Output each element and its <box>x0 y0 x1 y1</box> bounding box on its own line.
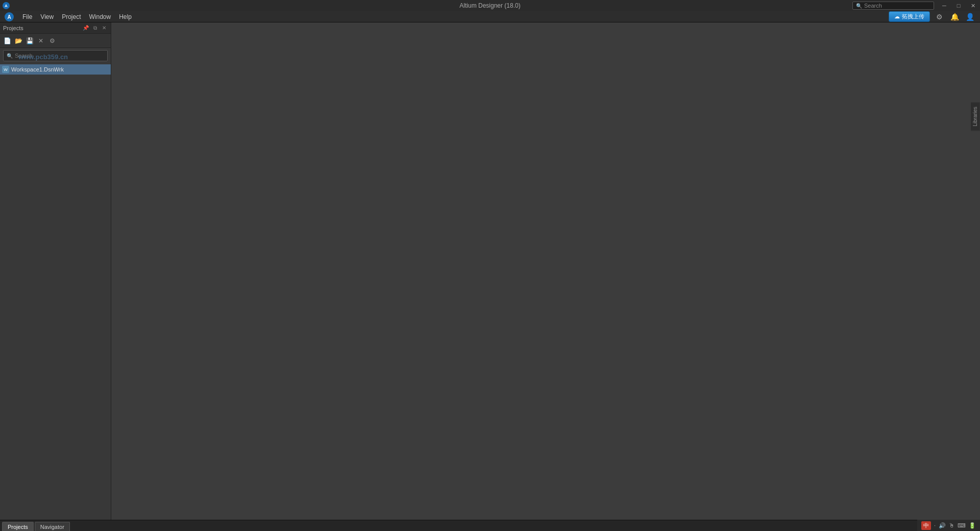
user-icon[interactable]: 👤 <box>964 11 976 23</box>
app-title: Altium Designer (18.0) <box>459 2 520 9</box>
panel-close-icon[interactable]: ✕ <box>101 25 108 32</box>
altium-logo-icon: A <box>2 2 10 10</box>
input-icon[interactable]: 🖱 <box>949 522 954 528</box>
ime-indicator[interactable]: 中 <box>921 521 931 530</box>
panel-float-icon[interactable]: ⧉ <box>91 25 99 32</box>
main-content: www.pcb359.cn <box>111 22 980 520</box>
projects-panel: Projects 📌 ⧉ ✕ 📄 📂 💾 ✕ ⚙ 🔍 W Workspace1.… <box>0 22 111 520</box>
menu-window[interactable]: Window <box>85 12 115 21</box>
menu-project[interactable]: Project <box>58 12 85 21</box>
libraries-tab-label: Libraries <box>972 107 978 126</box>
project-tree: W Workspace1.DsnWrk <box>0 63 111 520</box>
close-project-btn[interactable]: ✕ <box>36 36 46 46</box>
panel-title: Projects <box>3 25 80 31</box>
panel-search-box[interactable]: 🔍 <box>3 50 108 61</box>
svg-text:A: A <box>7 14 11 20</box>
panel-options-btn[interactable]: ⚙ <box>47 36 57 46</box>
save-project-btn[interactable]: 💾 <box>24 36 35 46</box>
system-tray: 中 ∙ 🔊 🖱 ⌨ 🔋 <box>917 520 980 531</box>
restore-button[interactable]: □ <box>951 0 966 11</box>
cloud-icon: ☁ <box>894 13 900 20</box>
project-tree-item[interactable]: W Workspace1.DsnWrk <box>0 64 111 75</box>
menu-bar: A File View Project Window Help ☁ 拓拽上传 ⚙… <box>0 11 980 22</box>
projects-tab-label: Projects <box>8 524 28 530</box>
app-logo: A <box>0 2 10 10</box>
close-button[interactable]: ✕ <box>966 0 980 11</box>
open-project-btn[interactable]: 📂 <box>13 36 23 46</box>
menu-file[interactable]: File <box>18 12 36 21</box>
title-bar: A Altium Designer (18.0) 🔍 Search ─ □ ✕ <box>0 0 980 11</box>
menu-view[interactable]: View <box>36 12 58 21</box>
panel-toolbar: 📄 📂 💾 ✕ ⚙ <box>0 34 111 48</box>
settings-icon[interactable]: ⚙ <box>933 11 945 23</box>
app-logo-menu: A <box>1 11 17 22</box>
ime-secondary-icon: ∙ <box>934 522 936 528</box>
navigator-tab-label: Navigator <box>40 524 64 530</box>
global-search-box[interactable]: 🔍 Search <box>852 2 934 10</box>
panel-pin-icon[interactable]: 📌 <box>82 25 89 32</box>
bottom-tab-bar: Projects Navigator 中 ∙ 🔊 🖱 ⌨ 🔋 <box>0 520 980 531</box>
cloud-upload-button[interactable]: ☁ 拓拽上传 <box>889 11 930 22</box>
panel-search-input[interactable] <box>15 53 104 59</box>
svg-text:A: A <box>5 4 8 8</box>
projects-tab[interactable]: Projects <box>2 522 34 531</box>
global-search-label: Search <box>864 3 882 9</box>
notification-icon[interactable]: 🔔 <box>948 11 961 23</box>
workspace-label: Workspace1.DsnWrk <box>11 66 64 73</box>
panel-header: Projects 📌 ⧉ ✕ <box>0 22 111 34</box>
libraries-panel-tab[interactable]: Libraries <box>971 102 980 131</box>
menu-help[interactable]: Help <box>115 12 136 21</box>
volume-icon[interactable]: 🔊 <box>939 522 946 529</box>
search-icon: 🔍 <box>856 3 862 9</box>
new-document-btn[interactable]: 📄 <box>2 36 12 46</box>
battery-icon[interactable]: 🔋 <box>969 522 976 529</box>
keyboard-icon[interactable]: ⌨ <box>958 522 966 529</box>
panel-search-icon: 🔍 <box>7 53 13 59</box>
main-layout: Projects 📌 ⧉ ✕ 📄 📂 💾 ✕ ⚙ 🔍 W Workspace1.… <box>0 22 980 520</box>
minimize-button[interactable]: ─ <box>937 0 951 11</box>
cloud-upload-label: 拓拽上传 <box>902 13 924 20</box>
workspace-icon: W <box>2 66 9 73</box>
navigator-tab[interactable]: Navigator <box>35 522 70 531</box>
